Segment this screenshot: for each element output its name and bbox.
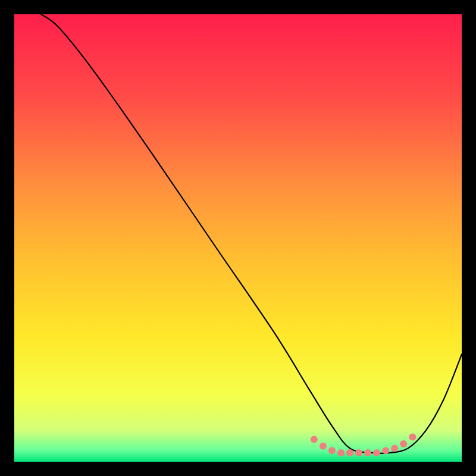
marker-dot (400, 440, 407, 447)
marker-dot (355, 449, 362, 456)
chart-frame: TheBottleneck.com (14, 14, 462, 462)
marker-dot (409, 434, 416, 441)
marker-dot (311, 436, 318, 443)
marker-dot (320, 443, 327, 450)
marker-dot (382, 447, 389, 454)
marker-dot (337, 449, 345, 456)
gradient-background (14, 14, 462, 462)
marker-dot (328, 447, 336, 454)
marker-dot (391, 444, 398, 452)
bottleneck-chart (14, 14, 462, 462)
marker-dot (346, 449, 353, 456)
marker-dot (373, 449, 380, 456)
marker-dot (364, 449, 371, 456)
